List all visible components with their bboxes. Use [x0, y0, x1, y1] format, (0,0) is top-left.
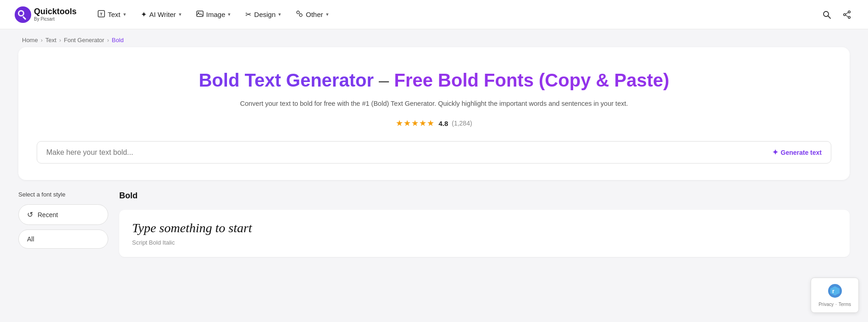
image-nav-icon: [196, 10, 204, 19]
logo-sub-text: By Picsart: [34, 16, 77, 22]
svg-point-13: [848, 16, 850, 18]
nav-item-design[interactable]: ✂ Design ▾: [239, 6, 287, 22]
logo-main-text: Quicktools: [34, 7, 77, 16]
generate-text-button[interactable]: ✦ Generate text: [772, 148, 822, 157]
nav-item-text[interactable]: T Text ▾: [91, 6, 133, 23]
filter-all-label: All: [27, 235, 34, 243]
design-nav-icon: ✂: [245, 10, 251, 19]
svg-point-14: [844, 13, 846, 15]
nav-item-other[interactable]: Other ▾: [289, 6, 335, 23]
breadcrumb-home[interactable]: Home: [22, 37, 38, 44]
hero-title-fancy: Free Bold Fonts (Copy & Paste): [394, 70, 669, 90]
filter-recent-button[interactable]: ↺ Recent: [18, 204, 108, 225]
font-content-area: Bold Type something to start Script Bold…: [119, 191, 850, 264]
other-nav-icon: [296, 10, 303, 19]
nav-label-other: Other: [306, 11, 323, 18]
ai-writer-nav-icon: ✦: [141, 10, 147, 19]
text-nav-icon: T: [98, 10, 105, 19]
quicktools-logo-icon: [15, 6, 31, 23]
share-icon: [842, 10, 851, 19]
breadcrumb-sep-3: ›: [107, 37, 109, 44]
font-preview-text-0: Type something to start: [132, 221, 837, 235]
font-preview-card-0: Type something to start Script Bold Ital…: [119, 210, 850, 257]
svg-point-2: [19, 11, 23, 15]
star-icons: ★★★★★: [396, 118, 435, 128]
rating-count: (1,284): [452, 120, 472, 127]
nav-item-image[interactable]: Image ▾: [190, 6, 238, 23]
breadcrumb-sep-2: ›: [59, 37, 61, 44]
text-nav-chevron: ▾: [123, 11, 126, 17]
hero-title-bold: Bold Text Generator: [199, 70, 374, 90]
search-button[interactable]: [820, 8, 833, 21]
bold-text-input[interactable]: [46, 148, 772, 157]
ai-writer-nav-chevron: ▾: [179, 11, 182, 17]
font-section-title: Bold: [119, 191, 850, 201]
filter-recent-label: Recent: [38, 211, 58, 218]
generate-btn-label: Generate text: [781, 149, 822, 156]
logo-link[interactable]: Quicktools By Picsart: [15, 6, 77, 23]
other-nav-chevron: ▾: [326, 11, 329, 17]
rating-row: ★★★★★ 4.8 (1,284): [37, 118, 831, 128]
design-nav-chevron: ▾: [278, 11, 281, 17]
rating-value: 4.8: [438, 120, 448, 127]
recent-icon: ↺: [27, 210, 33, 219]
svg-line-11: [828, 16, 830, 18]
navbar: Quicktools By Picsart T Text ▾ ✦ AI Writ…: [0, 0, 868, 29]
nav-menu: T Text ▾ ✦ AI Writer ▾ Image ▾ ✂ Design …: [91, 6, 817, 23]
nav-label-design: Design: [254, 11, 276, 18]
svg-point-12: [848, 11, 850, 12]
breadcrumb: Home › Text › Font Generator › Bold: [0, 29, 868, 47]
share-button[interactable]: [840, 8, 853, 21]
breadcrumb-current: Bold: [112, 37, 124, 44]
hero-subtitle: Convert your text to bold for free with …: [37, 98, 831, 109]
svg-point-9: [299, 14, 302, 16]
image-nav-chevron: ▾: [228, 11, 231, 17]
svg-point-8: [297, 11, 299, 14]
hero-title-separator: –: [374, 70, 394, 90]
sidebar-title: Select a font style: [18, 191, 108, 198]
breadcrumb-font-generator[interactable]: Font Generator: [64, 37, 104, 44]
font-label-0: Script Bold Italic: [132, 239, 837, 246]
hero-card: Bold Text Generator – Free Bold Fonts (C…: [18, 47, 850, 180]
svg-text:T: T: [100, 12, 103, 16]
search-icon: [822, 10, 831, 19]
font-sidebar: Select a font style ↺ Recent All: [18, 191, 119, 264]
generate-icon: ✦: [772, 148, 778, 157]
below-hero-section: Select a font style ↺ Recent All Bold Ty…: [0, 191, 868, 264]
nav-label-image: Image: [206, 11, 226, 18]
svg-line-15: [846, 12, 848, 14]
breadcrumb-text[interactable]: Text: [45, 37, 56, 44]
nav-item-ai-writer[interactable]: ✦ AI Writer ▾: [134, 6, 188, 22]
text-input-wrap: ✦ Generate text: [37, 141, 831, 164]
breadcrumb-sep-1: ›: [41, 37, 43, 44]
svg-rect-6: [197, 11, 203, 16]
nav-label-ai-writer: AI Writer: [149, 11, 176, 18]
nav-label-text: Text: [108, 11, 121, 18]
nav-actions: [820, 8, 853, 21]
hero-title: Bold Text Generator – Free Bold Fonts (C…: [37, 69, 831, 91]
svg-line-16: [846, 15, 848, 17]
filter-all-button[interactable]: All: [18, 229, 108, 249]
logo-text: Quicktools By Picsart: [34, 7, 77, 22]
svg-point-10: [824, 11, 829, 16]
